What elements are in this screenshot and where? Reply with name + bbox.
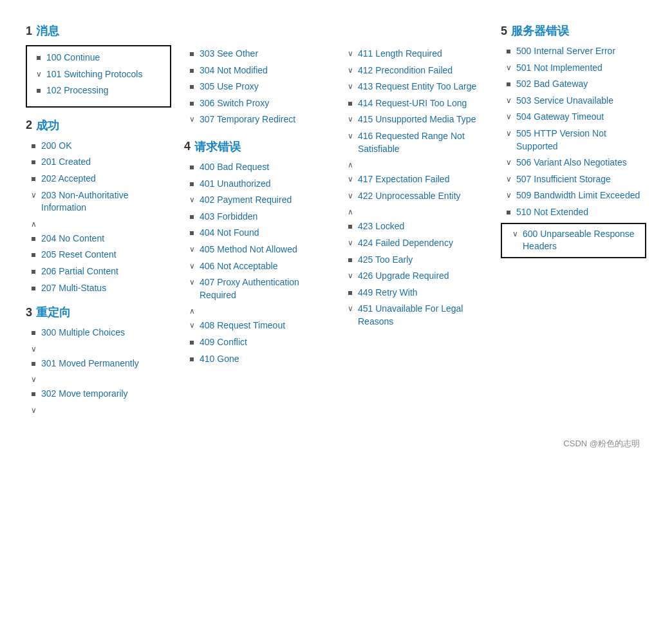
chevron-down-icon bbox=[187, 195, 197, 204]
item-label: 414 Request-URI Too Long bbox=[358, 97, 467, 110]
list-item[interactable]: 303 See Other bbox=[184, 48, 330, 61]
list-item[interactable]: 400 Bad Request bbox=[184, 161, 330, 174]
list-item[interactable]: 300 Multiple Choices bbox=[26, 327, 171, 339]
list-item[interactable]: 417 Expectation Failed bbox=[342, 173, 488, 186]
list-item[interactable]: 207 Multi-Status bbox=[26, 282, 171, 295]
list-item[interactable]: 206 Partial Content bbox=[26, 265, 171, 278]
bullet-icon bbox=[28, 359, 39, 366]
list-item[interactable]: 500 Internal Server Error bbox=[501, 45, 646, 58]
item-label: 415 Unsupported Media Type bbox=[358, 113, 476, 126]
list-item[interactable] bbox=[26, 374, 171, 384]
item-label: 101 Switching Protocols bbox=[46, 68, 142, 81]
list-item[interactable]: 423 Locked bbox=[342, 220, 488, 233]
column-1: 1 消息 100 Continue 101 Switching Protocol… bbox=[19, 13, 178, 419]
list-item[interactable]: 405 Method Not Allowed bbox=[184, 243, 330, 256]
list-item[interactable]: 507 Insufficient Storage bbox=[501, 173, 646, 186]
chevron-down-icon bbox=[187, 321, 197, 330]
chevron-down-icon bbox=[28, 375, 39, 384]
list-item[interactable] bbox=[26, 343, 171, 354]
list-item[interactable] bbox=[26, 218, 171, 229]
item-label: 505 HTTP Version Not Supported bbox=[516, 128, 646, 153]
list-item[interactable]: 451 Unavailable For Legal Reasons bbox=[342, 303, 488, 328]
list-item[interactable]: 100 Continue bbox=[31, 52, 166, 64]
list-item[interactable]: 305 Use Proxy bbox=[184, 81, 330, 93]
list-item[interactable]: 426 Upgrade Required bbox=[342, 270, 488, 283]
list-item[interactable]: 200 OK bbox=[26, 140, 171, 153]
list-item[interactable]: 404 Not Found bbox=[184, 227, 330, 240]
highlighted-box-600: 600 Unparseable Response Headers bbox=[501, 223, 646, 258]
list-item[interactable]: 301 Moved Permanently bbox=[26, 357, 171, 370]
list-item[interactable]: 401 Unauthorized bbox=[184, 178, 330, 191]
list-item[interactable]: 600 Unparseable Response Headers bbox=[507, 228, 640, 253]
list-item[interactable]: 415 Unsupported Media Type bbox=[342, 113, 488, 126]
list-item[interactable]: 205 Reset Content bbox=[26, 249, 171, 261]
list-item[interactable]: 403 Forbidden bbox=[184, 211, 330, 223]
list-item[interactable]: 408 Request Timeout bbox=[184, 319, 330, 332]
list-item[interactable]: 407 Proxy Authentication Required bbox=[184, 276, 330, 301]
item-label: 405 Method Not Allowed bbox=[200, 243, 297, 256]
list-item[interactable] bbox=[342, 206, 488, 216]
list-item[interactable]: 501 Not Implemented bbox=[501, 62, 646, 75]
item-label: 302 Move temporarily bbox=[41, 388, 128, 401]
chevron-down-icon bbox=[503, 129, 514, 138]
list-item[interactable]: 202 Accepted bbox=[26, 173, 171, 185]
bullet-icon bbox=[345, 99, 355, 106]
chevron-down-icon bbox=[503, 112, 514, 121]
list-item[interactable]: 406 Not Acceptable bbox=[184, 260, 330, 273]
list-item[interactable]: 410 Gone bbox=[184, 353, 330, 366]
list-item[interactable]: 402 Payment Required bbox=[184, 194, 330, 207]
list-item[interactable]: 306 Switch Proxy bbox=[184, 97, 330, 110]
list-item[interactable]: 506 Variant Also Negotiates bbox=[501, 157, 646, 169]
item-label: 449 Retry With bbox=[358, 287, 418, 299]
list-item[interactable] bbox=[184, 305, 330, 316]
item-label: 501 Not Implemented bbox=[516, 62, 602, 75]
bullet-icon bbox=[187, 162, 197, 169]
item-label: 509 Bandwidth Limit Exceeded bbox=[516, 189, 640, 202]
list-item[interactable]: 424 Failed Dependency bbox=[342, 237, 488, 250]
chevron-down-icon bbox=[187, 278, 197, 287]
list-item[interactable]: 204 No Content bbox=[26, 233, 171, 245]
list-item[interactable]: 449 Retry With bbox=[342, 287, 488, 299]
list-item[interactable]: 509 Bandwidth Limit Exceeded bbox=[501, 189, 646, 202]
item-label: 400 Bad Request bbox=[200, 161, 269, 174]
list-item[interactable]: 510 Not Extended bbox=[501, 206, 646, 219]
section-heading-4: 4 请求错误 bbox=[184, 139, 330, 155]
chevron-down-icon bbox=[503, 63, 514, 72]
chevron-down-icon bbox=[33, 70, 44, 79]
list-item[interactable] bbox=[342, 159, 488, 169]
chevron-down-icon bbox=[345, 191, 355, 200]
list-item[interactable]: 422 Unprocessable Entity bbox=[342, 190, 488, 203]
list-item[interactable]: 413 Request Entity Too Large bbox=[342, 81, 488, 93]
list-item[interactable]: 203 Non-Authoritative Information bbox=[26, 189, 171, 214]
list-item[interactable]: 201 Created bbox=[26, 156, 171, 169]
list-item[interactable]: 411 Length Required bbox=[342, 48, 488, 61]
list-item[interactable]: 416 Requested Range Not Satisfiable bbox=[342, 130, 488, 155]
list-item[interactable]: 414 Request-URI Too Long bbox=[342, 97, 488, 110]
section-title-4: 请求错误 bbox=[194, 139, 241, 155]
bullet-icon bbox=[187, 82, 197, 89]
section-title-2: 成功 bbox=[36, 118, 59, 133]
item-label: 426 Upgrade Required bbox=[358, 270, 449, 283]
list-item[interactable]: 302 Move temporarily bbox=[26, 388, 171, 401]
list-item[interactable]: 504 Gateway Timeout bbox=[501, 111, 646, 124]
list-item[interactable]: 102 Processing bbox=[31, 84, 166, 97]
item-label: 510 Not Extended bbox=[516, 206, 588, 219]
chevron-up-icon bbox=[345, 160, 355, 169]
list-item[interactable] bbox=[26, 404, 171, 415]
list-item[interactable]: 412 Precondition Failed bbox=[342, 64, 488, 77]
bullet-icon bbox=[33, 86, 44, 93]
item-label: 503 Service Unavailable bbox=[516, 95, 613, 108]
section-title-5: 服务器错误 bbox=[511, 23, 569, 39]
list-item[interactable]: 101 Switching Protocols bbox=[31, 68, 166, 81]
list-item[interactable]: 425 Too Early bbox=[342, 254, 488, 267]
list-item[interactable]: 307 Temporary Redirect bbox=[184, 113, 330, 126]
item-label: 425 Too Early bbox=[358, 254, 413, 267]
list-item[interactable]: 502 Bad Gateway bbox=[501, 78, 646, 91]
list-item[interactable]: 304 Not Modified bbox=[184, 64, 330, 77]
bullet-icon bbox=[187, 66, 197, 73]
list-item[interactable]: 503 Service Unavailable bbox=[501, 95, 646, 108]
item-label: 424 Failed Dependency bbox=[358, 237, 453, 250]
footer: CSDN @粉色的志明 bbox=[19, 438, 653, 450]
list-item[interactable]: 505 HTTP Version Not Supported bbox=[501, 128, 646, 153]
list-item[interactable]: 409 Conflict bbox=[184, 336, 330, 349]
